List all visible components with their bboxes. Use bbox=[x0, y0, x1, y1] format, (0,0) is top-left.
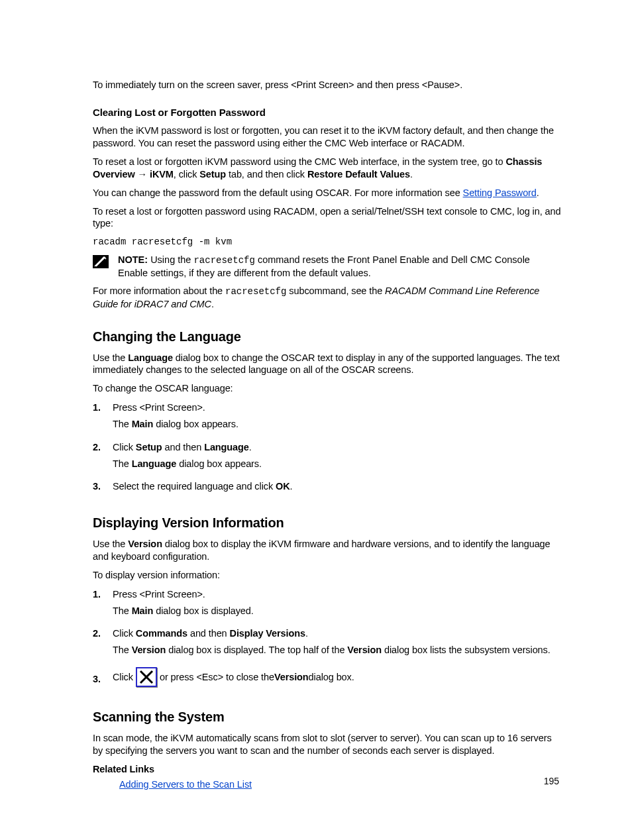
text: . bbox=[290, 481, 293, 492]
text-bold: Restore Default Values bbox=[307, 169, 410, 180]
text-bold: Setup bbox=[136, 442, 162, 452]
text-bold: OK bbox=[276, 481, 290, 492]
text: dialog box. bbox=[309, 671, 354, 684]
link-adding-servers[interactable]: Adding Servers to the Scan List bbox=[119, 779, 252, 790]
heading-scanning-system: Scanning the System bbox=[93, 708, 562, 725]
text: Use the bbox=[93, 539, 128, 549]
body-text: To change the OSCAR language: bbox=[93, 382, 562, 395]
text: dialog box is displayed. bbox=[153, 605, 253, 616]
step-item: 2. Click Setup and then Language. The La… bbox=[93, 441, 562, 474]
text: . bbox=[211, 299, 214, 309]
link-setting-password[interactable]: Setting Password bbox=[463, 187, 537, 198]
text-bold: Display Versions bbox=[230, 628, 305, 639]
text: . bbox=[305, 628, 308, 639]
text: Click bbox=[113, 628, 136, 639]
steps-list-language: 1. Press <Print Screen>. The Main dialog… bbox=[93, 401, 562, 497]
text: Click bbox=[113, 671, 133, 684]
text: You can change the password from the def… bbox=[93, 187, 463, 198]
text: Select the required language and click bbox=[113, 481, 276, 492]
body-text: Use the Language dialog box to change th… bbox=[93, 352, 562, 377]
note-block: NOTE: Using the racresetcfg command rese… bbox=[93, 254, 562, 279]
text: The bbox=[113, 645, 132, 655]
step-body: Press <Print Screen>. The Main dialog bo… bbox=[113, 401, 562, 435]
page-number: 195 bbox=[544, 775, 559, 787]
step-number: 1. bbox=[93, 401, 113, 414]
body-text: To reset a lost or forgotten password us… bbox=[93, 205, 562, 231]
text-bold: Version bbox=[347, 645, 382, 655]
heading-changing-language: Changing the Language bbox=[93, 328, 562, 345]
steps-list-version: 1. Press <Print Screen>. The Main dialog… bbox=[93, 588, 562, 691]
text: To reset a lost or forgotten iKVM passwo… bbox=[93, 156, 505, 167]
text: Select the required language and click O… bbox=[113, 480, 562, 493]
text: Click bbox=[113, 442, 136, 452]
text: Click Commands and then Display Versions… bbox=[113, 627, 562, 640]
heading-clearing-password: Clearing Lost or Forgotten Password bbox=[93, 106, 562, 119]
text: The Version dialog box is displayed. The… bbox=[113, 644, 562, 656]
text-bold: Setup bbox=[199, 169, 226, 180]
text-bold: Language bbox=[204, 442, 249, 452]
text: For more information about the bbox=[93, 286, 225, 296]
close-icon bbox=[136, 667, 157, 687]
step-number: 1. bbox=[93, 588, 113, 601]
text: → bbox=[135, 169, 150, 180]
text: The bbox=[113, 605, 132, 616]
text-bold: Language bbox=[132, 458, 177, 469]
body-text: When the iKVM password is lost or forgot… bbox=[93, 125, 562, 150]
step-item: 1. Press <Print Screen>. The Main dialog… bbox=[93, 401, 562, 435]
step-item: 1. Press <Print Screen>. The Main dialog… bbox=[93, 588, 562, 621]
step-item: 3. Select the required language and clic… bbox=[93, 480, 562, 497]
text-bold: Language bbox=[128, 352, 173, 363]
body-text: To reset a lost or forgotten iKVM passwo… bbox=[93, 156, 562, 181]
text-bold: Commands bbox=[136, 628, 187, 639]
text: subcommand, see the bbox=[286, 286, 385, 296]
step-item: 2. Click Commands and then Display Versi… bbox=[93, 627, 562, 660]
document-page: To immediately turn on the screen saver,… bbox=[0, 0, 632, 840]
body-text: You can change the password from the def… bbox=[93, 187, 562, 199]
step-body: Press <Print Screen>. The Main dialog bo… bbox=[113, 588, 562, 621]
text-bold: Version bbox=[128, 539, 162, 549]
text: The bbox=[113, 458, 132, 469]
text: The Language dialog box appears. bbox=[113, 458, 562, 470]
step-body: Click Commands and then Display Versions… bbox=[113, 627, 562, 660]
note-text: NOTE: Using the racresetcfg command rese… bbox=[118, 254, 562, 279]
step-number: 2. bbox=[93, 441, 113, 454]
code-command: racadm racresetcfg -m kvm bbox=[93, 236, 562, 248]
text: dialog box appears. bbox=[153, 419, 238, 429]
text-bold: Main bbox=[132, 419, 154, 429]
step-number: 3. bbox=[93, 673, 113, 686]
code-inline: racresetcfg bbox=[193, 255, 254, 266]
text: The Main dialog box is displayed. bbox=[113, 605, 562, 617]
heading-display-version: Displaying Version Information bbox=[93, 514, 562, 531]
body-text: In scan mode, the iKVM automatically sca… bbox=[93, 732, 562, 757]
text: dialog box lists the subsystem versions. bbox=[382, 645, 551, 655]
text-bold: Version bbox=[132, 645, 166, 655]
body-text: To display version information: bbox=[93, 569, 562, 582]
text: Click or press <Esc> to close the Versio… bbox=[113, 667, 562, 687]
text: dialog box is displayed. The top half of… bbox=[166, 645, 347, 655]
text-bold: Version bbox=[274, 671, 309, 684]
text-bold: Main bbox=[132, 605, 154, 616]
text: and then bbox=[187, 628, 230, 639]
step-number: 3. bbox=[93, 480, 113, 493]
body-text: Use the Version dialog box to display th… bbox=[93, 538, 562, 563]
text: Click Setup and then Language. bbox=[113, 441, 562, 454]
note-label: NOTE: bbox=[118, 254, 148, 265]
text: and then bbox=[162, 442, 205, 452]
related-links-label: Related Links bbox=[93, 763, 562, 776]
text: or press <Esc> to close the bbox=[160, 671, 274, 684]
step-number: 2. bbox=[93, 627, 113, 640]
text: . bbox=[537, 187, 539, 198]
text: Using the bbox=[148, 254, 193, 265]
code-inline: racresetcfg bbox=[225, 286, 286, 297]
text: . bbox=[410, 169, 413, 180]
step-item: 3. Click or press <Esc> to close the Ver… bbox=[93, 667, 562, 691]
text: Press <Print Screen>. bbox=[113, 401, 562, 414]
related-link-row: Adding Servers to the Scan List bbox=[119, 778, 562, 791]
intro-para: To immediately turn on the screen saver,… bbox=[93, 79, 562, 91]
body-text: For more information about the racresetc… bbox=[93, 285, 562, 310]
text: tab, and then click bbox=[226, 169, 307, 180]
text: dialog box appears. bbox=[176, 458, 262, 469]
step-body: Click or press <Esc> to close the Versio… bbox=[113, 667, 562, 691]
text: . bbox=[249, 442, 252, 452]
step-body: Click Setup and then Language. The Langu… bbox=[113, 441, 562, 474]
